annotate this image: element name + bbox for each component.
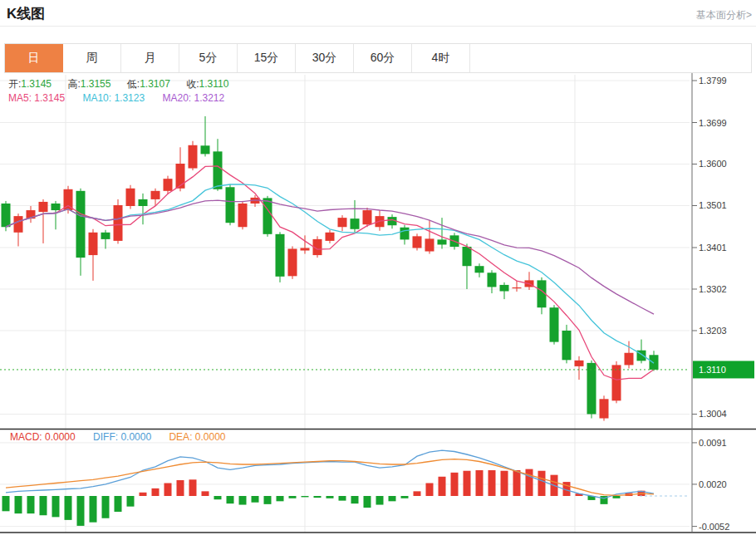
ma-legend: MA5: 1.3145 MA10: 1.3123 MA20: 1.3212 bbox=[8, 92, 224, 104]
dea-value: DEA: 0.0000 bbox=[169, 431, 225, 443]
svg-text:1.3004: 1.3004 bbox=[699, 409, 727, 419]
y-axis-labels: 1.37991.36991.36001.35011.34011.33021.32… bbox=[692, 76, 729, 532]
candles bbox=[2, 116, 659, 421]
svg-text:1.3699: 1.3699 bbox=[699, 118, 727, 128]
svg-text:1.3110: 1.3110 bbox=[699, 365, 726, 375]
svg-text:1.3600: 1.3600 bbox=[699, 159, 727, 169]
svg-text:1.3203: 1.3203 bbox=[699, 326, 727, 336]
svg-text:1.3501: 1.3501 bbox=[699, 200, 727, 210]
ma10-value: MA10: 1.3123 bbox=[82, 92, 145, 104]
svg-text:1.3799: 1.3799 bbox=[699, 76, 727, 86]
high-value: 高:1.3155 bbox=[67, 78, 110, 90]
macd-legend: MACD: 0.0000 DIFF: 0.0000 DEA: 0.0000 bbox=[10, 431, 226, 443]
ma20-line bbox=[6, 200, 654, 314]
svg-text:1.3401: 1.3401 bbox=[699, 243, 727, 253]
low-value: 低:1.3107 bbox=[127, 78, 170, 90]
ma20-value: MA20: 1.3212 bbox=[162, 92, 224, 104]
ma5-line bbox=[6, 166, 654, 380]
svg-text:0.0091: 0.0091 bbox=[699, 438, 727, 448]
open-value: 开:1.3145 bbox=[8, 78, 52, 90]
macd-value: MACD: 0.0000 bbox=[10, 431, 76, 443]
svg-text:-0.0052: -0.0052 bbox=[699, 522, 729, 532]
ma5-value: MA5: 1.3145 bbox=[8, 92, 65, 104]
svg-text:0.0020: 0.0020 bbox=[699, 479, 727, 489]
ma-lines bbox=[6, 166, 654, 380]
ohlc-legend: 开:1.3145 高:1.3155 低:1.3107 收:1.3110 bbox=[8, 77, 242, 91]
close-value: 收:1.3110 bbox=[186, 78, 228, 90]
svg-text:1.3302: 1.3302 bbox=[699, 284, 727, 294]
current-price-marker: 1.3110 bbox=[0, 361, 754, 378]
gridlines bbox=[0, 75, 690, 533]
diff-value: DIFF: 0.0000 bbox=[93, 431, 151, 443]
